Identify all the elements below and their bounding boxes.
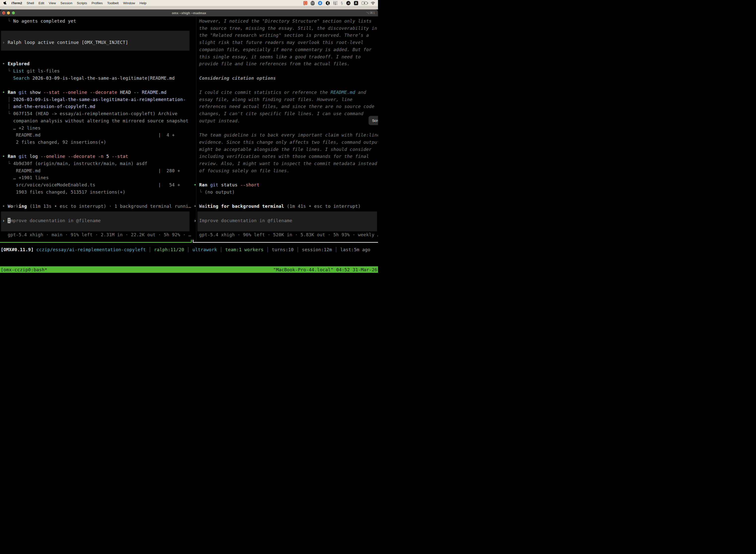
tmux-status-bar[interactable]: [omx-cczip0:bash* "MacBook-Pro-44.local"… (0, 266, 378, 273)
terminal-line: └ 4b9d30f (origin/main, instructkr/main,… (2, 161, 147, 166)
terminal-line: gpt-5.4 xhigh · main · 91% left · 2.31M … (2, 232, 191, 237)
terminal-line: • Explored (2, 61, 29, 66)
terminal-line: I could cite commit statistics or refere… (194, 90, 366, 95)
menu-item-profiles[interactable]: Profiles (91, 1, 103, 5)
terminal-line: review. Also, I might want to inspect th… (194, 161, 377, 166)
terminal-line: • Ran git status --short (194, 182, 259, 188)
terminal-line: output instead. (194, 118, 240, 124)
terminal-line: of focusing solely on file lines. (194, 168, 290, 173)
shield-icon[interactable] (311, 1, 315, 5)
active-pane-border (0, 242, 192, 243)
terminal-line: › Ralph loop active continue [OMX_TMUX_I… (2, 40, 128, 45)
terminal-line: • Working (11m 13s • esc to interrupt) ·… (2, 204, 191, 209)
input-source-icon[interactable]: A (354, 1, 358, 5)
grid-dots-icon[interactable] (333, 1, 337, 5)
terminal-line: │ and-the-erosion-of-copyleft.md (2, 104, 95, 109)
inactive-pane-border-tick (193, 240, 193, 243)
menu-item-shell[interactable]: Shell (26, 1, 34, 5)
terminal-line: However, I noticed the "Directory Struct… (194, 18, 372, 24)
moon-icon[interactable] (326, 1, 330, 5)
terminal-line: slight risk that future readers may over… (194, 40, 363, 45)
chat-app-icon[interactable] (303, 1, 307, 5)
menu-item-scripts[interactable]: Scripts (77, 1, 87, 5)
terminal-line: README.md | 4 + (2, 132, 175, 138)
terminal-line: Considering citation options (194, 75, 276, 81)
terminal-line: • Ran git show --stat --oneline --decora… (2, 90, 167, 95)
inactive-pane-border (193, 242, 378, 243)
menu-bar: iTerm2ShellEditViewSessionScriptsProfile… (0, 0, 378, 6)
desktop-background (0, 6, 378, 9)
menu-item-view[interactable]: View (49, 1, 56, 5)
window-shortcut-badge: ⌥⌘1 (366, 9, 375, 16)
terminal-area: └ No agents completed yet› Ralph loop ac… (0, 16, 378, 277)
terminal-line: • Ran git log --oneline --decorate -n 5 … (2, 154, 128, 159)
menu-item-toolbelt[interactable]: Toolbelt (107, 1, 119, 5)
terminal-line: └ (no output) (194, 189, 235, 195)
terminal-line: 1903 files changed, 513517 insertions(+) (2, 189, 126, 195)
battery-icon[interactable] (362, 1, 367, 5)
window-titlebar[interactable]: omx --xhigh --madmax ⌥⌘1 (0, 9, 378, 16)
terminal-line: README.md | 280 + (2, 168, 180, 173)
terminal-line: The team guideline is to back every impo… (194, 132, 378, 138)
tmux-host-clock: "MacBook-Pro-44.local" 04:52 31-Mar-26 (273, 267, 377, 272)
tmux-session-label[interactable]: [omx-cczip0:bash* (1, 267, 47, 272)
terminal-line: companion analysis without altering the … (2, 118, 189, 124)
terminal-line: might be acceptable alongside the file l… (194, 147, 372, 152)
terminal-line: └ No agents completed yet (2, 18, 76, 24)
terminal-line: │ 2026-03-09-is-legal-the-same-as-legiti… (2, 97, 186, 102)
terminal-line: 2 files changed, 92 insertions(+) (2, 140, 106, 145)
terminal-line: … +2 lines (2, 125, 41, 131)
menu-item-edit[interactable]: Edit (39, 1, 44, 5)
terminal-line: evidence. Since this change only affects… (194, 140, 378, 145)
terminal-line: this single essay, it seems like a good … (194, 54, 361, 60)
menu-item-window[interactable]: Window (123, 1, 135, 5)
terminal-line: essay file, along with finding root file… (194, 97, 353, 102)
terminal-line: companion file, especially if more comme… (194, 47, 372, 52)
terminal-line: src/voice/voiceModeEnabled.ts | 54 + (2, 182, 180, 188)
screen-share-popup[interactable]: Scre (369, 116, 378, 125)
terminal-line: Search 2026-03-09-is-legal-the-same-as-l… (2, 75, 175, 81)
terminal-line: └ 067f154 (HEAD -> essay/ai-reimplementa… (2, 111, 177, 116)
terminal-line: └ List git ls-files (2, 68, 60, 74)
badge-61-icon[interactable]: ..61 (346, 1, 351, 5)
terminal-line: › Improve documentation in @filename (2, 218, 101, 223)
terminal-line: • Waiting for background terminal (1m 41… (194, 204, 361, 209)
right-terminal-pane[interactable]: However, I noticed the "Directory Struct… (194, 16, 378, 242)
iterm-window: omx --xhigh --madmax ⌥⌘1 └ No agents com… (0, 9, 378, 277)
left-terminal-pane[interactable]: └ No agents completed yet› Ralph loop ac… (2, 16, 196, 242)
menu-item-session[interactable]: Session (61, 1, 72, 5)
terminal-line: the "Related research writing" section i… (194, 33, 369, 38)
stats-glyph-icon[interactable]: § (341, 1, 343, 5)
network-bolt-icon[interactable] (318, 1, 322, 5)
menu-item-help[interactable]: Help (139, 1, 146, 5)
terminal-line: changes, I can't cite specific file line… (194, 111, 363, 116)
terminal-line: gpt-5.4 xhigh · 96% left · 520K in · 5.8… (194, 232, 378, 237)
terminal-line: references need actual files, and since … (194, 104, 374, 109)
omx-status-line: [OMX#0.11.9] cczip/essay/ai-reimplementa… (1, 247, 370, 253)
terminal-line: the source tree, missing the essay. Stil… (194, 25, 377, 31)
terminal-line: provide file and line references from th… (194, 61, 350, 66)
active-pane-border-tick (191, 240, 192, 243)
menu-item-iterm2[interactable]: iTerm2 (11, 1, 22, 5)
terminal-line: … +1901 lines (2, 175, 49, 180)
window-title: omx --xhigh --madmax (0, 11, 378, 15)
apple-menu-icon[interactable] (3, 1, 7, 5)
terminal-line: including verification notes with those … (194, 154, 369, 159)
wifi-icon[interactable] (371, 1, 375, 5)
terminal-line: › Improve documentation in @filename (194, 218, 292, 223)
